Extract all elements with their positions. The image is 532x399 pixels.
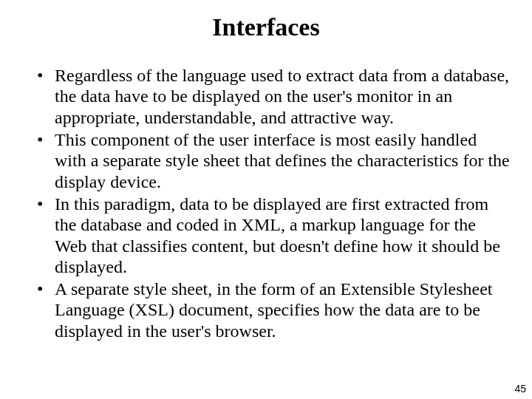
- page-number: 45: [514, 383, 526, 395]
- slide: Interfaces Regardless of the language us…: [0, 0, 532, 399]
- list-item: A separate style sheet, in the form of a…: [37, 279, 510, 341]
- list-item: In this paradigm, data to be displayed a…: [37, 194, 510, 277]
- slide-title: Interfaces: [22, 13, 510, 41]
- list-item: Regardless of the language used to extra…: [37, 65, 510, 128]
- bullet-list: Regardless of the language used to extra…: [22, 65, 510, 341]
- list-item: This component of the user interface is …: [37, 129, 510, 192]
